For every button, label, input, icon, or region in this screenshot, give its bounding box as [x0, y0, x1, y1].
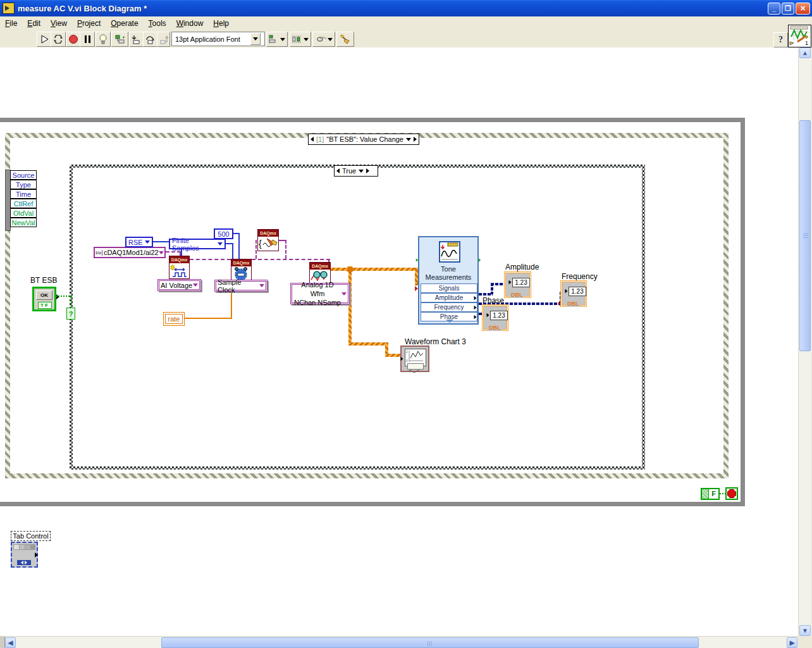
case-selector-terminal[interactable]: ? [66, 308, 75, 320]
event-data-ctlref[interactable]: CtlRef [10, 199, 37, 208]
waveform-chart-terminal[interactable]: 2 0 [400, 346, 429, 372]
chevron-down-icon[interactable] [218, 242, 223, 246]
event-structure-selector[interactable]: [1] "BT ESB": Value Change [308, 134, 419, 145]
minimize-button[interactable]: _ [768, 3, 780, 15]
samples-constant[interactable]: 500 [214, 228, 233, 239]
event-data-newval[interactable]: NewVal [10, 218, 37, 227]
context-help-button[interactable]: ? [773, 32, 788, 47]
vertical-scrollbar[interactable]: ▲ ▼ [798, 47, 811, 636]
sample-mode-ring[interactable]: Finite Samples [169, 239, 226, 249]
daqmx-create-channel-vi[interactable]: DAQmx [169, 256, 190, 279]
phase-indicator[interactable]: 1.23 DBL [482, 304, 508, 331]
express-row-signals[interactable]: Signals [421, 284, 477, 293]
event-case-index: [1] [316, 135, 324, 143]
abort-button[interactable] [66, 32, 81, 47]
daqmx-channel-constant[interactable]: I/o cDAQ1Mod1/ai22 [94, 247, 166, 258]
case-structure-frame[interactable] [70, 165, 645, 470]
next-case-icon[interactable] [366, 168, 369, 173]
wire-daqmx-task [285, 240, 286, 259]
chevron-down-icon[interactable] [145, 240, 150, 244]
close-button[interactable]: ✕ [796, 3, 810, 15]
tone-measurements-express-vi[interactable]: Tone Measurements Signals Amplitude Freq… [418, 236, 479, 325]
font-selector-dropdown-button[interactable] [250, 33, 261, 45]
maximize-button[interactable]: ❐ [782, 3, 794, 15]
distribute-objects-button[interactable] [290, 32, 311, 47]
menu-edit[interactable]: Edit [22, 18, 46, 29]
svg-text:2: 2 [406, 350, 408, 354]
terminal-config-ring[interactable]: RSE [125, 237, 153, 247]
channel-type-ring[interactable]: AI Voltage [157, 279, 201, 291]
prev-case-icon[interactable] [336, 168, 340, 173]
run-button[interactable] [37, 32, 52, 47]
run-continuous-button[interactable] [51, 32, 66, 47]
step-into-icon [132, 35, 142, 44]
menu-file[interactable]: File [0, 18, 22, 29]
event-data-oldval[interactable]: OldVal [10, 208, 37, 218]
tab-control-label[interactable]: Tab Control [11, 531, 51, 541]
case-dropdown-icon[interactable] [406, 138, 411, 141]
menu-window[interactable]: Window [171, 18, 209, 29]
output-arrow-icon [474, 306, 477, 309]
wire-waveform [330, 268, 417, 271]
tab-control-terminal[interactable] [11, 542, 38, 568]
case-structure-selector[interactable]: True [334, 165, 378, 177]
terminal-input-icon [565, 289, 568, 293]
false-constant[interactable]: F [701, 488, 720, 500]
chevron-down-icon[interactable] [159, 251, 164, 254]
frequency-indicator[interactable]: 1.23 DBL [560, 280, 587, 307]
retain-wire-values-button[interactable] [111, 32, 128, 47]
dbl-type-glyph: DBL [488, 325, 502, 331]
express-row-amplitude[interactable]: Amplitude [421, 293, 477, 302]
title-bar: measure AC V.vi Block Diagram * _ ❐ ✕ [0, 0, 812, 16]
read-mode-ring[interactable]: Analog 1D Wfm NChan NSamp [290, 283, 350, 304]
event-data-time[interactable]: Time [10, 189, 37, 199]
step-into-button[interactable] [129, 32, 144, 47]
event-data-type[interactable]: Type [10, 180, 37, 189]
reorder-objects-button[interactable] [312, 32, 335, 47]
chevron-down-icon[interactable] [259, 284, 264, 287]
block-diagram-canvas[interactable]: [1] "BT ESB": Value Change Source Type T… [0, 47, 798, 636]
amplitude-value: 1.23 [512, 278, 530, 287]
next-case-icon[interactable] [414, 137, 417, 142]
horizontal-scrollbar[interactable]: ◀ ▶ [0, 636, 798, 648]
vi-icon[interactable]: 1 [788, 25, 811, 47]
chevron-down-icon [253, 37, 258, 40]
express-row-frequency[interactable]: Frequency [421, 302, 477, 312]
menu-view[interactable]: View [46, 18, 72, 29]
menu-operate[interactable]: Operate [106, 18, 143, 29]
menu-help[interactable]: Help [208, 18, 234, 29]
scroll-down-button[interactable]: ▼ [799, 625, 811, 636]
cleanup-diagram-button[interactable] [336, 32, 354, 47]
scroll-left-button[interactable]: ◀ [5, 637, 16, 648]
io-glyph: I/o [95, 250, 102, 256]
step-over-button[interactable] [143, 32, 158, 47]
chevron-down-icon[interactable] [341, 292, 347, 296]
scroll-right-button[interactable]: ▶ [787, 637, 797, 648]
highlight-execution-button[interactable] [95, 32, 111, 47]
scroll-up-button[interactable]: ▲ [799, 47, 811, 58]
wire-junction [347, 266, 353, 272]
prev-case-icon[interactable] [311, 137, 314, 142]
align-objects-button[interactable] [266, 32, 288, 47]
menu-project[interactable]: Project [72, 18, 106, 29]
amplitude-indicator[interactable]: 1.23 DBL [504, 271, 531, 298]
expand-chevron-icon[interactable] [446, 320, 453, 323]
daqmx-start-task-vi[interactable]: DAQmx { [257, 229, 279, 251]
menu-tools[interactable]: Tools [144, 18, 171, 29]
horizontal-scroll-thumb[interactable] [161, 637, 699, 648]
step-out-button[interactable] [157, 32, 170, 47]
rate-control-terminal[interactable]: rate [163, 312, 185, 326]
chevron-down-icon[interactable] [193, 284, 198, 287]
timing-type-ring[interactable]: Sample Clock [214, 280, 268, 292]
pause-button[interactable] [80, 32, 95, 47]
scrollbar-corner [798, 636, 812, 648]
event-data-source[interactable]: Source [10, 170, 37, 180]
vertical-scroll-thumb[interactable] [799, 120, 811, 351]
pane-splitter[interactable] [0, 637, 5, 648]
bt-esb-terminal[interactable]: OK TF [32, 287, 56, 311]
case-dropdown-icon[interactable] [359, 170, 364, 173]
rate-label: rate [168, 315, 180, 323]
waveform-chart-label: Waveform Chart 3 [405, 337, 466, 346]
terminal-input-icon [487, 313, 489, 317]
loop-condition-terminal[interactable] [725, 487, 738, 500]
